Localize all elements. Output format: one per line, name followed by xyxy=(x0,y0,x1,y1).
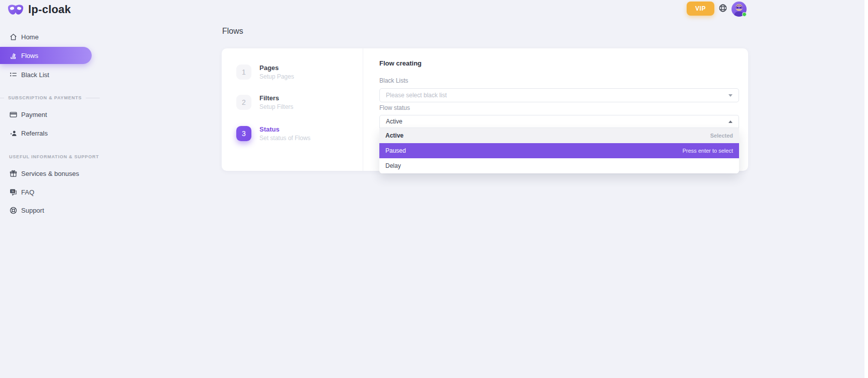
sidebar-item-referrals[interactable]: Referrals xyxy=(0,127,48,139)
sidebar-item-label: Referrals xyxy=(21,130,48,137)
step-title: Filters xyxy=(259,95,293,102)
step-title: Pages xyxy=(259,65,294,72)
sidebar-item-label: Flows xyxy=(21,52,38,59)
black-lists-placeholder: Please select black list xyxy=(386,92,447,99)
sidebar-item-label: Payment xyxy=(21,111,47,118)
section-title: SUBSCRIPTION & PAYMENTS xyxy=(8,95,82,100)
credit-card-icon xyxy=(9,110,18,119)
gift-icon xyxy=(9,169,18,178)
wizard-steps: 1 Pages Setup Pages 2 Filters Setup Filt… xyxy=(222,48,363,171)
list-icon xyxy=(9,71,18,79)
sidebar-item-label: Black List xyxy=(21,71,49,79)
sidebar-item-faq[interactable]: ?! FAQ xyxy=(0,186,34,198)
flow-wizard-card: 1 Pages Setup Pages 2 Filters Setup Filt… xyxy=(222,48,748,171)
form-title: Flow creating xyxy=(379,59,422,67)
sidebar-item-flows[interactable]: Flows xyxy=(0,47,92,64)
sidebar-item-label: FAQ xyxy=(21,188,34,196)
chevron-up-icon xyxy=(728,120,732,123)
sidebar-item-payment[interactable]: Payment xyxy=(0,108,47,120)
black-lists-label: Black Lists xyxy=(379,77,408,84)
sidebar-item-label: Support xyxy=(21,207,44,214)
flow-status-label: Flow status xyxy=(379,104,410,111)
option-label: Delay xyxy=(385,162,401,169)
svg-text:?!: ?! xyxy=(11,190,14,193)
step-subtitle: Setup Filters xyxy=(259,103,293,110)
option-label: Active xyxy=(385,132,404,139)
sidebar-item-home[interactable]: Home xyxy=(0,31,39,43)
step-subtitle: Setup Pages xyxy=(259,73,294,80)
app-logo: lp-cloak xyxy=(7,3,71,16)
step-number-badge: 1 xyxy=(236,65,251,80)
step-number-badge: 3 xyxy=(236,126,251,141)
home-icon xyxy=(9,33,18,41)
sidebar-item-support[interactable]: Support xyxy=(0,204,44,216)
faq-bubble-icon: ?! xyxy=(9,188,18,197)
option-hint: Selected xyxy=(710,133,733,139)
step-number-badge: 2 xyxy=(236,95,251,110)
online-status-dot xyxy=(742,12,747,17)
brand-name: lp-cloak xyxy=(28,3,71,16)
black-lists-select[interactable]: Please select black list xyxy=(379,88,739,102)
option-active[interactable]: Active Selected xyxy=(379,128,739,143)
vip-button[interactable]: VIP xyxy=(687,2,714,16)
option-paused[interactable]: Paused Press enter to select xyxy=(379,143,739,158)
sidebar-section-support: USEFUL INFORMATION & SUPPORT xyxy=(0,154,99,159)
referrals-person-icon xyxy=(9,129,18,138)
sidebar-item-label: Services & bonuses xyxy=(21,170,79,177)
flow-status-value: Active xyxy=(386,118,403,125)
step-pages[interactable]: 1 Pages Setup Pages xyxy=(236,65,294,80)
option-hint: Press enter to select xyxy=(683,148,733,154)
sidebar-section-subscription: SUBSCRIPTION & PAYMENTS xyxy=(0,95,100,100)
sidebar-item-services[interactable]: Services & bonuses xyxy=(0,167,79,179)
step-subtitle: Set status of Flows xyxy=(259,135,310,142)
mask-logo-icon xyxy=(7,3,24,16)
language-globe-icon[interactable] xyxy=(718,4,727,13)
section-title: USEFUL INFORMATION & SUPPORT xyxy=(0,154,99,159)
sidebar-item-black-list[interactable]: Black List xyxy=(0,69,49,81)
flow-status-select[interactable]: Active xyxy=(379,115,739,128)
flows-icon xyxy=(9,51,18,60)
chevron-down-icon xyxy=(728,94,732,97)
page-title: Flows xyxy=(222,27,243,36)
section-divider xyxy=(0,98,4,98)
option-label: Paused xyxy=(385,147,406,154)
step-status[interactable]: 3 Status Set status of Flows xyxy=(236,126,310,142)
step-title: Status xyxy=(259,126,310,133)
page-scrollbar[interactable] xyxy=(864,0,868,378)
step-filters[interactable]: 2 Filters Setup Filters xyxy=(236,95,293,110)
section-divider xyxy=(86,98,100,98)
sidebar-item-label: Home xyxy=(21,33,39,41)
option-delay[interactable]: Delay xyxy=(379,158,739,173)
flow-status-dropdown: Active Selected Paused Press enter to se… xyxy=(379,128,739,173)
lifebuoy-icon xyxy=(9,206,18,215)
